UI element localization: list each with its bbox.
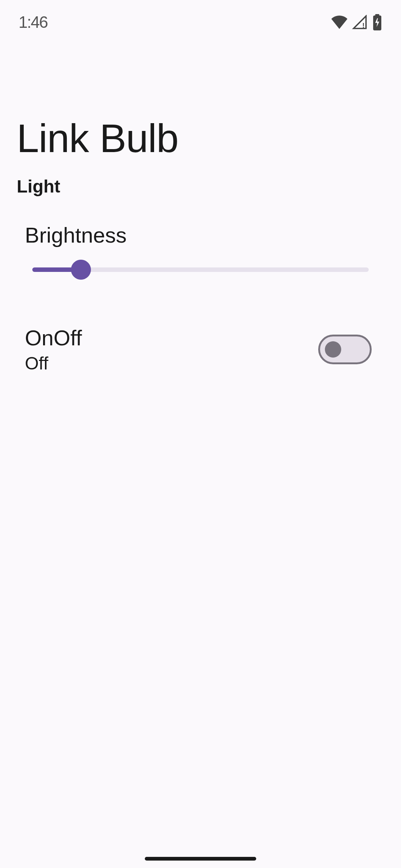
onoff-section: OnOff Off <box>17 325 384 374</box>
navigation-handle[interactable] <box>145 857 256 861</box>
onoff-title: OnOff <box>25 325 82 350</box>
page-subtitle: Light <box>17 176 384 197</box>
status-time: 1:46 <box>19 13 48 32</box>
page-title: Link Bulb <box>17 115 384 161</box>
onoff-labels: OnOff Off <box>25 325 82 374</box>
slider-thumb[interactable] <box>71 260 91 280</box>
status-icons: ! <box>331 14 382 30</box>
onoff-status: Off <box>25 353 82 374</box>
brightness-slider[interactable] <box>25 262 376 277</box>
status-bar: 1:46 ! <box>0 0 401 41</box>
signal-icon: ! <box>352 15 368 30</box>
toggle-thumb <box>325 341 341 358</box>
battery-icon <box>372 14 382 30</box>
brightness-label: Brightness <box>25 223 376 247</box>
svg-text:!: ! <box>362 22 365 29</box>
wifi-icon <box>331 16 348 29</box>
svg-rect-2 <box>375 14 379 16</box>
onoff-toggle[interactable] <box>318 335 372 364</box>
brightness-section: Brightness <box>17 223 384 277</box>
